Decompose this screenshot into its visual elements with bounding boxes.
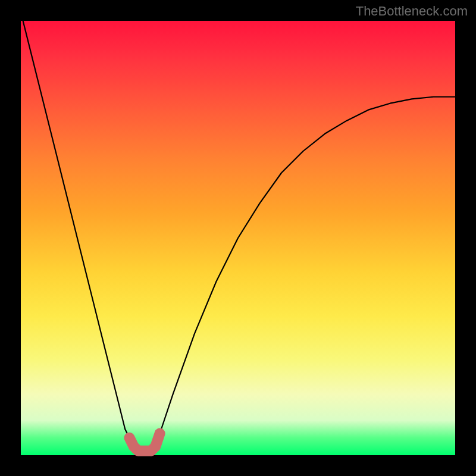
minimum-highlight xyxy=(130,434,160,451)
bottleneck-curve-line xyxy=(21,12,455,450)
chart-area xyxy=(21,21,455,455)
watermark-text: TheBottleneck.com xyxy=(356,4,468,19)
chart-svg xyxy=(21,21,455,455)
